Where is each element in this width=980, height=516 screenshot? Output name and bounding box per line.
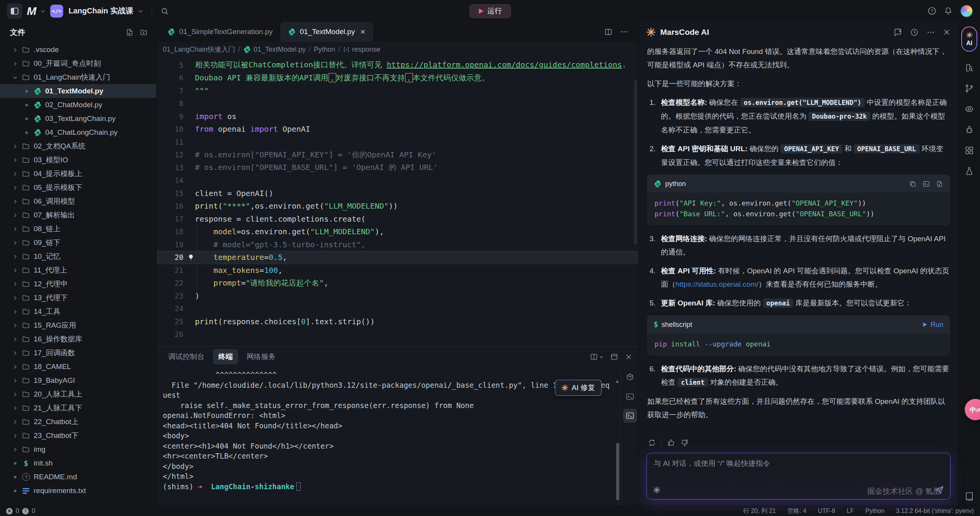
code-line-22[interactable]: 22 prompt="请给我的花店起个名",: [157, 277, 638, 290]
tree-item-15_RAG应用[interactable]: 15_RAG应用: [0, 318, 156, 332]
maximize-panel-icon[interactable]: [610, 353, 618, 361]
ai-sidebar-badge[interactable]: AI: [961, 26, 977, 52]
insert-code-icon[interactable]: [923, 180, 930, 188]
more-actions-icon[interactable]: [620, 28, 628, 36]
status-item[interactable]: LF: [847, 508, 854, 514]
more-actions-icon[interactable]: [926, 28, 935, 37]
code-block-content[interactable]: pip install --upgrade openai: [648, 333, 949, 355]
avatar[interactable]: [960, 5, 973, 18]
bug-icon[interactable]: [965, 125, 974, 134]
new-file-icon[interactable]: [936, 180, 943, 188]
code-line-19[interactable]: 19 # model="gpt-3.5-turbo-instruct",: [157, 238, 638, 251]
lightbulb-icon[interactable]: [188, 254, 194, 261]
code-editor[interactable]: 5相关功能可以被ChatCompletion接口替代。详情可见 https://…: [157, 57, 638, 346]
code-line-6[interactable]: 6Doubao API 兼容最新版本的API调用，对废弃接口不再支持，本文件代码…: [157, 72, 638, 85]
tab-01_TextModel.py[interactable]: 01_TextModel.py✕: [280, 22, 373, 42]
code-line-18[interactable]: 18 model=os.environ.get("LLM_MODELEND"),: [157, 225, 638, 238]
split-editor-icon[interactable]: [604, 28, 612, 36]
tree-item-07_解析输出[interactable]: 07_解析输出: [0, 208, 156, 222]
chevron-down-icon[interactable]: [138, 8, 143, 14]
thumbs-down-icon[interactable]: [681, 439, 689, 447]
code-line-14[interactable]: 14: [157, 174, 638, 187]
tab-close-icon[interactable]: ✕: [360, 28, 365, 36]
bell-icon[interactable]: [944, 7, 952, 15]
tree-item-11_代理上[interactable]: 11_代理上: [0, 263, 156, 277]
status-item[interactable]: Python: [865, 508, 885, 514]
split-terminal-icon[interactable]: [590, 353, 604, 361]
ai-fix-button[interactable]: AI 修复: [555, 380, 602, 396]
tree-item-12_代理中[interactable]: 12_代理中: [0, 277, 156, 291]
terminal-prompt[interactable]: (shims) ➜ LangChain-shizhanke: [163, 482, 617, 492]
workspace-title[interactable]: LangChain 实战课: [69, 6, 133, 16]
sparkle-icon[interactable]: [653, 486, 661, 494]
tree-item-init.sh[interactable]: $init.sh: [0, 456, 156, 470]
tree-item-02_ChatModel.py[interactable]: 02_ChatModel.py: [0, 98, 156, 112]
search-icon[interactable]: [160, 7, 169, 15]
send-icon[interactable]: [935, 485, 944, 495]
status-item[interactable]: 空格: 4: [787, 507, 807, 515]
sidebar-toggle-icon[interactable]: [7, 3, 22, 19]
git-branch-icon[interactable]: [965, 84, 974, 93]
tree-item-23_Chatbot下[interactable]: 23_Chatbot下: [0, 429, 156, 443]
code-line-21[interactable]: 21 max_tokens=100,: [157, 264, 638, 277]
copy-icon[interactable]: [909, 180, 916, 188]
tree-item-01_LangChain快速入门[interactable]: 01_LangChain快速入门: [0, 70, 156, 84]
tree-item-16_操作数据库[interactable]: 16_操作数据库: [0, 332, 156, 346]
thumbs-up-icon[interactable]: [667, 439, 675, 447]
close-icon[interactable]: [943, 28, 951, 36]
terminal-tab-网络服务[interactable]: 网络服务: [241, 349, 281, 364]
code-line-23[interactable]: 23): [157, 289, 638, 302]
tree-item-13_代理下[interactable]: 13_代理下: [0, 291, 156, 305]
code-line-20[interactable]: 20 temperature=0.5,: [157, 251, 638, 264]
tab-01_SimpleTextGeneration.py[interactable]: 01_SimpleTextGeneration.py: [160, 22, 280, 42]
tree-item-08_链上[interactable]: 08_链上: [0, 222, 156, 236]
tree-item-01_TextModel.py[interactable]: 01_TextModel.py: [0, 84, 156, 98]
run-button[interactable]: 运行: [470, 4, 511, 18]
status-item[interactable]: UTF-8: [818, 508, 835, 514]
tree-item-06_调用模型[interactable]: 06_调用模型: [0, 194, 156, 208]
tree-item-03_模型IO[interactable]: 03_模型IO: [0, 153, 156, 167]
code-line-5[interactable]: 5相关功能可以被ChatCompletion接口替代。详情可见 https://…: [157, 59, 638, 72]
tree-item-README.md[interactable]: ?README.md: [0, 470, 156, 484]
code-line-9[interactable]: 9import os: [157, 110, 638, 123]
code-line-24[interactable]: 24: [157, 302, 638, 315]
terminal-output[interactable]: ^^^^^^^^^^^^^^ File "/home/cloudide/.loc…: [157, 367, 621, 506]
tree-item-21_人脉工具下[interactable]: 21_人脉工具下: [0, 401, 156, 415]
code-line-12[interactable]: 12# os.environ["OPENAI_API_KEY"] = '你的Op…: [157, 149, 638, 162]
tree-item-22_Chatbot上[interactable]: 22_Chatbot上: [0, 415, 156, 429]
code-line-7[interactable]: 7""": [157, 84, 638, 97]
code-line-10[interactable]: 10from openai import OpenAI: [157, 123, 638, 136]
translate-fab[interactable]: 中/A: [965, 399, 980, 420]
link[interactable]: https://status.openai.com/: [676, 280, 759, 288]
extensions-grid-icon[interactable]: [965, 146, 974, 155]
tree-item-17_回调函数[interactable]: 17_回调函数: [0, 346, 156, 360]
file-search-icon[interactable]: [965, 63, 974, 72]
terminal-tab-调试控制台[interactable]: 调试控制台: [163, 349, 210, 364]
breadcrumb-item-01_LangChain快速入门[interactable]: 01_LangChain快速入门: [163, 45, 235, 54]
breadcrumb-item-Python[interactable]: Python: [314, 46, 335, 54]
tree-item-04_ChatLongChain.py[interactable]: 04_ChatLongChain.py: [0, 126, 156, 139]
errors-count[interactable]: 0: [16, 508, 19, 514]
code-line-16[interactable]: 16print("****",os.environ.get("LLM_MODEL…: [157, 200, 638, 213]
tree-item-02_文档QA系统[interactable]: 02_文档QA系统: [0, 139, 156, 153]
tree-item-04_提示模板上[interactable]: 04_提示模板上: [0, 167, 156, 181]
regenerate-icon[interactable]: [648, 439, 656, 447]
code-line-15[interactable]: 15client = OpenAI(): [157, 187, 638, 200]
warnings-icon[interactable]: !: [22, 508, 29, 514]
close-panel-icon[interactable]: [625, 353, 632, 361]
breadcrumb[interactable]: 01_LangChain快速入门/01_TextModel.py/Python/…: [157, 42, 638, 57]
tree-item-14_工具[interactable]: 14_工具: [0, 305, 156, 318]
new-file-icon[interactable]: [126, 28, 134, 36]
run-code-button[interactable]: Run: [923, 318, 943, 331]
code-line-11[interactable]: 11: [157, 136, 638, 149]
terminal-session-icon[interactable]: [623, 390, 637, 403]
status-item[interactable]: 行 20, 列 21: [743, 507, 775, 515]
breadcrumb-item-01_TextModel.py[interactable]: 01_TextModel.py: [243, 46, 306, 54]
help-icon[interactable]: ?: [928, 7, 936, 15]
tree-item-09_链下[interactable]: 09_链下: [0, 236, 156, 250]
ports-icon[interactable]: S: [623, 371, 637, 384]
terminal-session-icon-active[interactable]: [623, 409, 637, 423]
code-line-25[interactable]: 25print(response.choices[0].text.strip()…: [157, 315, 638, 328]
test-flask-icon[interactable]: [965, 167, 974, 176]
tree-item-.vscode[interactable]: .vscode: [0, 43, 156, 57]
